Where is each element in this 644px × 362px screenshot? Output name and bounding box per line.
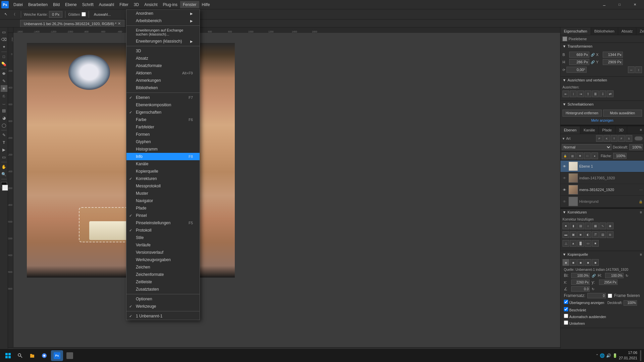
zeitleiste-label: Zeitleiste bbox=[136, 280, 152, 284]
aktionen-label: Aktionen bbox=[136, 71, 152, 75]
menu-bibliotheken[interactable]: Bibliotheken bbox=[126, 84, 200, 92]
menu-navigator[interactable]: Navigator bbox=[126, 197, 200, 204]
verlaufe-label: Verläufe bbox=[136, 243, 151, 247]
ebenen-shortcut: F7 bbox=[182, 96, 193, 100]
menu-kanale[interactable]: Kanäle bbox=[126, 160, 200, 168]
histogramm-label: Histogramm bbox=[136, 147, 158, 152]
formen-label: Formen bbox=[136, 132, 150, 137]
menu-zusatztasten[interactable]: Zusatztasten bbox=[126, 286, 200, 293]
system-tray: ⌃ 🌐 🔊 🔋 bbox=[596, 353, 618, 358]
3d-label: 3D bbox=[136, 49, 141, 53]
menu-muster[interactable]: Muster bbox=[126, 190, 200, 197]
svg-point-7 bbox=[43, 355, 45, 357]
submenu-arrow-icon2: ▶ bbox=[190, 19, 193, 23]
svg-rect-2 bbox=[5, 356, 8, 358]
menu-eigenschaften[interactable]: ✓ Eigenschaften bbox=[126, 109, 200, 116]
protokoll-label: Protokoll bbox=[136, 228, 152, 233]
kopierquelle-menu-label: Kopierquelle bbox=[136, 169, 158, 174]
menu-pfade[interactable]: Pfade bbox=[126, 204, 200, 212]
menu-absatz[interactable]: Absatz bbox=[126, 55, 200, 62]
menu-aktionen[interactable]: Aktionen Alt+F9 bbox=[126, 69, 200, 77]
farbfelder-label: Farbfelder bbox=[136, 125, 154, 129]
info-shortcut: F8 bbox=[182, 155, 193, 159]
menu-absatzformate[interactable]: Absatzformate bbox=[126, 62, 200, 69]
menu-kopierquelle[interactable]: Kopierquelle bbox=[126, 168, 200, 175]
optionen-label: Optionen bbox=[136, 297, 152, 301]
volume-icon[interactable]: 🔊 bbox=[606, 353, 611, 358]
menu-zeichen[interactable]: Zeichen bbox=[126, 263, 200, 271]
bibliotheken-label: Bibliotheken bbox=[136, 85, 158, 90]
svg-rect-0 bbox=[5, 353, 8, 355]
start-button[interactable] bbox=[3, 350, 13, 361]
menu-sep3 bbox=[126, 93, 200, 93]
zusatztasten-label: Zusatztasten bbox=[136, 287, 159, 292]
show-desktop-btn[interactable] bbox=[640, 350, 641, 361]
absatz-label: Absatz bbox=[136, 56, 148, 61]
arbeitsbereich-label: Arbeitsbereich bbox=[136, 18, 162, 23]
anordnen-label: Anordnen bbox=[136, 11, 153, 16]
pinseleinstellungen-label: Pinseleinstellungen bbox=[136, 221, 170, 225]
svg-line-5 bbox=[20, 356, 22, 358]
menu-optionen[interactable]: Optionen bbox=[126, 295, 200, 303]
menu-ebenen[interactable]: ✓ Ebenen F7 bbox=[126, 94, 200, 101]
versionsverlauf-label: Versionsverlauf bbox=[136, 250, 163, 255]
menu-formen[interactable]: Formen bbox=[126, 131, 200, 138]
pinseleinstellungen-shortcut: F5 bbox=[182, 221, 193, 225]
menu-verlaufe[interactable]: Verläufe bbox=[126, 241, 200, 249]
menu-overlay[interactable] bbox=[0, 0, 644, 362]
search-button[interactable] bbox=[15, 350, 25, 361]
zeichen-label: Zeichen bbox=[136, 265, 150, 269]
aktionen-shortcut: Alt+F9 bbox=[175, 71, 193, 75]
menu-erweiterungen-klassisch[interactable]: Erweiterungen (klassisch) ▶ bbox=[126, 38, 200, 45]
menu-glyphen[interactable]: Glyphen bbox=[126, 138, 200, 145]
clock[interactable]: 17:06 27.01.2021 bbox=[619, 350, 637, 361]
menu-versionsverlauf[interactable]: Versionsverlauf bbox=[126, 249, 200, 256]
tray-icons[interactable]: ⌃ bbox=[596, 354, 598, 357]
kanale-label: Kanäle bbox=[136, 162, 148, 166]
menu-anmerkungen[interactable]: Anmerkungen bbox=[126, 77, 200, 84]
svg-rect-1 bbox=[8, 353, 11, 355]
menu-sep2 bbox=[126, 46, 200, 46]
ebenen-label: Ebenen bbox=[136, 95, 150, 100]
menu-erweiterungen-exchange[interactable]: Erweiterungen auf Exchange suchen (klass… bbox=[126, 27, 200, 38]
menu-farbe[interactable]: Farbe F6 bbox=[126, 116, 200, 123]
menu-stile[interactable]: Stile bbox=[126, 234, 200, 241]
menu-info[interactable]: Info F8 bbox=[126, 153, 200, 160]
menu-zeitleiste[interactable]: Zeitleiste bbox=[126, 278, 200, 286]
menu-werkzeuge[interactable]: ✓ Werkzeuge bbox=[126, 303, 200, 310]
check-pinsel: ✓ bbox=[129, 214, 132, 218]
menu-pinseleinstellungen[interactable]: Pinseleinstellungen F5 bbox=[126, 219, 200, 227]
menu-anordnen[interactable]: Anordnen ▶ bbox=[126, 10, 200, 17]
check-ebenen: ✓ bbox=[129, 96, 132, 100]
unknown-app-btn[interactable] bbox=[64, 350, 75, 361]
muster-label: Muster bbox=[136, 191, 148, 196]
svg-rect-3 bbox=[8, 356, 11, 358]
menu-korrekturen[interactable]: ✓ Korrekturen bbox=[126, 175, 200, 182]
erweiterungen-klassisch-label: Erweiterungen (klassisch) bbox=[136, 39, 182, 44]
menu-pinsel[interactable]: ✓ Pinsel bbox=[126, 212, 200, 219]
photoshop-btn[interactable]: Ps bbox=[51, 350, 63, 361]
menu-arbeitsbereich[interactable]: Arbeitsbereich ▶ bbox=[126, 17, 200, 24]
files-btn[interactable] bbox=[27, 350, 38, 361]
check-werkzeuge: ✓ bbox=[129, 304, 132, 309]
chrome-btn[interactable] bbox=[39, 350, 50, 361]
ps-icon: Ps bbox=[54, 352, 60, 359]
menu-messprotokoll[interactable]: Messprotokoll bbox=[126, 182, 200, 190]
menu-ebenenkomposition[interactable]: Ebenenkomposition bbox=[126, 101, 200, 109]
info-label: Info bbox=[136, 154, 143, 159]
ebenenkomposition-label: Ebenenkomposition bbox=[136, 103, 171, 107]
menu-unbenannt[interactable]: ✓ 1 Unbenannt-1 bbox=[126, 312, 200, 320]
menu-farbfelder[interactable]: Farbfelder bbox=[126, 123, 200, 131]
messprotokoll-label: Messprotokoll bbox=[136, 184, 161, 188]
menu-3d[interactable]: 3D bbox=[126, 47, 200, 55]
menu-histogramm[interactable]: Histogramm bbox=[126, 145, 200, 153]
absatzformate-label: Absatzformate bbox=[136, 63, 162, 68]
menu-werkzeugvorgaben[interactable]: Werkzeugvorgaben bbox=[126, 256, 200, 263]
menu-protokoll[interactable]: ✓ Protokoll bbox=[126, 227, 200, 234]
network-icon[interactable]: 🌐 bbox=[600, 353, 605, 358]
taskbar: Ps ⌃ 🌐 🔊 🔋 17:06 27.01.2021 bbox=[0, 349, 644, 362]
glyphen-label: Glyphen bbox=[136, 139, 151, 144]
battery-icon[interactable]: 🔋 bbox=[612, 353, 618, 358]
navigator-label: Navigator bbox=[136, 198, 153, 203]
menu-zeichenformate[interactable]: Zeichenformate bbox=[126, 271, 200, 278]
